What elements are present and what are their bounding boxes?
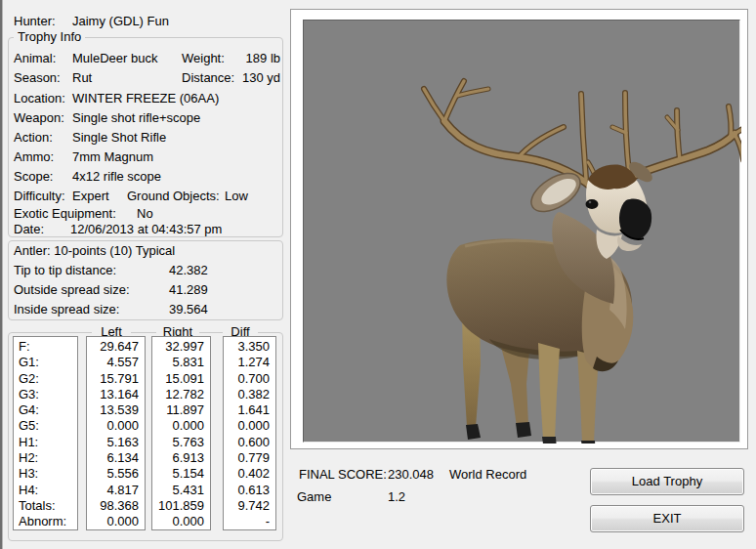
score-right-value: 5.154 [152,466,210,482]
outside-spread-label: Outside spread size: [14,283,130,297]
score-left-value: 0.000 [87,514,145,529]
trophy-3d-panel [290,9,748,449]
score-row-labels: F: G1: G2: G3: G4: G5: H1: H2: H3: H4: T… [13,336,78,530]
ground-objects-label: Ground Objects: [127,190,220,203]
score-row-label: G4: [14,402,77,418]
score-diff-value: 9.742 [224,498,275,514]
score-left-value: 6.134 [87,450,145,466]
score-diff-value: - [224,514,275,529]
score-row-label: H2: [14,450,77,466]
ground-objects-value: Low [225,190,248,203]
score-row-label: H4: [14,483,77,498]
window-left-edge [0,0,3,549]
trophy-3d-viewport[interactable] [303,20,740,443]
score-row-label: G2: [14,371,77,387]
score-right-value: 32.997 [152,339,210,355]
animal-label: Animal: [14,52,56,65]
ammo-value: 7mm Magnum [72,150,153,164]
outside-spread-value: 41.289 [169,283,208,297]
score-diff-value: 0.402 [224,466,275,482]
difficulty-label: Difficulty: [14,190,65,203]
score-left-value: 0.000 [87,418,145,434]
score-right-value: 6.913 [152,450,210,466]
score-right-value: 5.831 [152,355,210,370]
antler-summary: Antler: 10-points (10) Typical [14,244,175,258]
score-left-value: 5.556 [87,466,145,482]
score-left-value: 13.164 [87,387,145,402]
score-diff-value: 0.613 [224,483,275,498]
date-value: 12/06/2013 at 04:43:57 pm [70,223,222,236]
score-diff-column: 3.350 1.274 0.700 0.382 1.641 0.000 0.60… [223,336,276,530]
score-row-label: F: [14,339,77,355]
score-right-value: 11.897 [152,402,210,418]
tip-to-tip-label: Tip to tip distance: [14,264,116,277]
trophy-info-legend: Trophy Info [14,30,85,44]
score-diff-value: 1.274 [224,355,275,370]
action-value: Single Shot Rifle [72,131,166,145]
season-label: Season: [14,71,61,85]
hunter-label: Hunter: [14,15,56,28]
game-label: Game [297,490,331,504]
score-row-label: Totals: [14,498,77,514]
score-left-value: 13.539 [87,402,145,418]
inside-spread-label: Inside spread size: [14,303,119,317]
final-score-label: FINAL SCORE: [299,468,387,482]
location-value: WINTER FREEZE (06AA) [72,92,219,106]
score-left-column: 29.647 4.557 15.791 13.164 13.539 0.000 … [86,336,146,530]
date-label: Date: [14,223,44,236]
tip-to-tip-value: 42.382 [169,264,208,277]
score-row-label: H1: [14,435,77,450]
score-row-label: G5: [14,418,77,434]
exotic-label: Exotic Equipment: [14,207,116,221]
deer-antlers [424,81,741,189]
score-left-value: 4.557 [87,355,145,370]
score-diff-value: 0.700 [224,371,275,387]
score-diff-value: 1.641 [224,402,275,418]
score-diff-value: 0.000 [224,418,275,434]
score-right-value: 5.763 [152,435,210,450]
load-trophy-button[interactable]: Load Trophy [590,468,744,495]
hunter-value: Jaimy (GDL) Fun [72,15,169,28]
score-row-label: G1: [14,355,77,370]
score-diff-value: 0.779 [224,450,275,466]
score-diff-value: 0.600 [224,435,275,450]
deer-eye [586,199,599,209]
distance-value: 130 yd [222,71,280,85]
exotic-value: No [137,207,153,221]
difficulty-value: Expert [72,190,109,203]
score-right-value: 5.431 [152,483,210,498]
score-right-value: 15.091 [152,371,210,387]
exit-button[interactable]: EXIT [590,505,744,532]
score-left-value: 4.817 [87,483,145,498]
weight-label: Weight: [182,52,225,65]
score-row-label: Abnorm: [14,514,77,529]
ammo-label: Ammo: [14,150,54,164]
weapon-value: Single shot rifle+scope [72,111,200,125]
score-diff-value: 0.382 [224,387,275,402]
score-right-value: 0.000 [152,514,210,529]
weapon-label: Weapon: [14,111,64,125]
record-badge: World Record [449,468,526,482]
final-score-value: 230.048 [388,468,434,482]
trophy-dialog: Hunter: Jaimy (GDL) Fun Trophy Info Anim… [0,0,756,549]
score-diff-value: 3.350 [224,339,275,355]
animal-value: MuleDeer buck [72,52,157,65]
score-right-value: 0.000 [152,418,210,434]
score-right-column: 32.997 5.831 15.091 12.782 11.897 0.000 … [151,336,211,530]
score-row-label: G3: [14,387,77,402]
deer-3d-model [304,21,741,443]
season-value: Rut [72,71,92,85]
inside-spread-value: 39.564 [169,303,208,317]
location-label: Location: [14,92,65,106]
score-left-value: 29.647 [87,339,145,355]
action-label: Action: [14,131,53,145]
score-right-value: 12.782 [152,387,210,402]
scope-label: Scope: [14,170,53,184]
score-right-value: 101.859 [152,498,210,514]
score-left-value: 15.791 [87,371,145,387]
score-left-value: 5.163 [87,435,145,450]
game-version: 1.2 [388,490,405,504]
score-row-label: H3: [14,466,77,482]
score-left-value: 98.368 [87,498,145,514]
weight-value: 189 lb [222,52,280,65]
